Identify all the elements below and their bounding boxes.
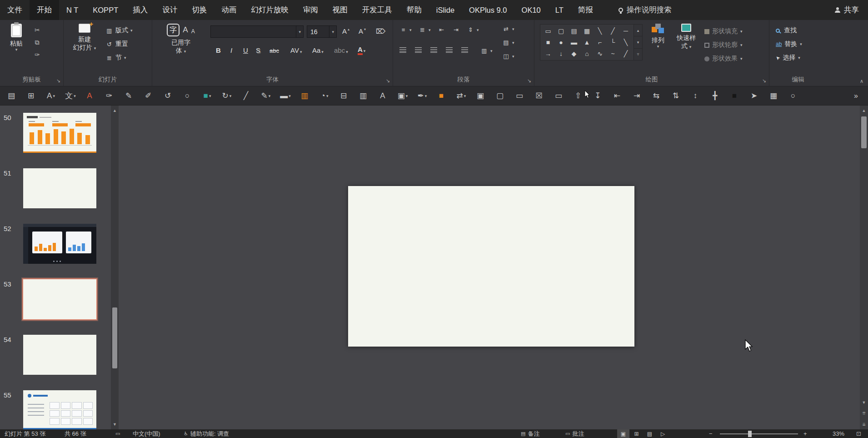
menu-tab-ok10[interactable]: OK10	[514, 0, 548, 20]
gallery-more-icon[interactable]: ▿	[634, 49, 642, 60]
crop-icon[interactable]: ╋	[707, 89, 723, 103]
format-brush-icon[interactable]: ✒ ▾	[414, 89, 430, 103]
menu-tab-jianbao[interactable]: 简报	[571, 0, 600, 20]
shrink-font-button[interactable]: A▾	[359, 27, 366, 35]
shape-option[interactable]: ▤	[569, 26, 579, 36]
zoom-slider-thumb[interactable]	[748, 431, 752, 437]
pen-icon[interactable]: ✎	[121, 89, 137, 103]
table-pen-icon[interactable]: ⊟	[336, 89, 352, 103]
numbering-button[interactable]: ≣▾	[419, 26, 431, 33]
shape-option[interactable]: ▭	[543, 26, 554, 36]
notes-button[interactable]: ▤ 备注	[521, 429, 539, 438]
shape-option[interactable]: ▢	[556, 26, 567, 36]
distribute-button[interactable]	[461, 47, 468, 53]
columns-button[interactable]: ▥▾	[480, 47, 493, 54]
distribute-horizontal-icon[interactable]: ⇆	[649, 89, 665, 103]
accessibility-status[interactable]: ♿ 辅助功能: 调查	[184, 429, 229, 438]
scrollbar-thumb[interactable]	[861, 116, 867, 148]
rotate-icon[interactable]: ↻ ▾	[219, 89, 235, 103]
find-button[interactable]: 查找	[776, 26, 797, 35]
format-painter-button[interactable]: ✑	[35, 50, 40, 59]
menu-tab-islide[interactable]: iSlide	[429, 0, 462, 20]
underline-button[interactable]: U	[243, 46, 248, 54]
shape-effects-button[interactable]: 形状效果 ▾	[704, 55, 743, 63]
shape-style-icon[interactable]: ▣ ▾	[394, 89, 411, 103]
placeholder-insert-icon[interactable]: ▭	[551, 89, 567, 103]
highlighter-icon[interactable]: ▬ ▾	[277, 89, 294, 103]
dialog-launcher-icon[interactable]: ↘	[56, 78, 60, 84]
menu-tab-help[interactable]: 帮助	[399, 0, 429, 20]
language-indicator[interactable]: 中文(中国)	[133, 429, 160, 438]
shape-option[interactable]: ∿	[594, 49, 605, 59]
zoom-out-button[interactable]: −	[709, 429, 713, 438]
quick-styles-button[interactable]: 快速样 式 ▾	[672, 24, 701, 50]
slide-panel-scrollbar[interactable]: ▲ ▼	[111, 106, 119, 429]
scrollbar-thumb[interactable]	[112, 307, 117, 368]
layout-button[interactable]: ▥ 版式 ▾	[105, 26, 133, 35]
fill-swatch-icon[interactable]: ■	[727, 89, 743, 103]
shape-option[interactable]: ■	[543, 37, 554, 47]
select-button[interactable]: ➤ 选择 ▾	[776, 54, 800, 62]
table-columns-icon[interactable]: ▥	[355, 89, 372, 103]
text-tool-icon[interactable]: A	[375, 89, 391, 103]
used-fonts-button[interactable]: 字 A A 已用字 体 ▾	[157, 24, 205, 55]
donut-chart-icon[interactable]: ◔ ▾	[316, 89, 333, 103]
flip-icon[interactable]: ⇄ ▾	[453, 89, 469, 103]
bar-chart-icon[interactable]: ▥	[297, 89, 313, 103]
shape-option[interactable]: ╲	[620, 37, 631, 47]
text-direction-button[interactable]: ⇄▾	[502, 25, 514, 32]
slideshow-button[interactable]: ▷	[657, 429, 669, 438]
strikethrough-button[interactable]: abc	[269, 47, 279, 54]
draw-line-icon[interactable]: ✎ ▾	[258, 89, 274, 103]
send-backward-icon[interactable]: ↧	[590, 89, 606, 103]
main-scrollbar[interactable]: ▲ ▼ ⇈ ⇊	[860, 106, 868, 429]
table-grid-icon[interactable]: ⊞	[23, 89, 40, 103]
bold-button[interactable]: B	[216, 46, 221, 54]
vertical-text-icon[interactable]: 文 ▾	[62, 89, 79, 103]
dialog-launcher-icon[interactable]: ↘	[386, 78, 390, 84]
menu-tab-nt[interactable]: N T	[59, 0, 85, 20]
chevron-down-icon[interactable]: ▾	[296, 26, 303, 37]
shape-option[interactable]: ◆	[569, 49, 579, 59]
reset-button[interactable]: ↺ 重置	[105, 40, 128, 48]
zoom-in-button[interactable]: +	[803, 429, 807, 438]
gallery-up-icon[interactable]: ▴	[634, 25, 642, 36]
menu-tab-lt[interactable]: LT	[548, 0, 571, 20]
line-spacing-button[interactable]: ⇕▾	[467, 26, 479, 33]
arrange-button[interactable]: 排列 ▾	[646, 24, 670, 50]
slide-layout-icon[interactable]: ▤	[4, 89, 20, 103]
menu-tab-review[interactable]: 审阅	[296, 0, 325, 20]
slide-51-thumbnail[interactable]	[23, 168, 96, 208]
shape-option[interactable]: └	[608, 37, 619, 47]
text-shadow-button[interactable]: S	[256, 46, 260, 54]
zoom-slider[interactable]	[720, 433, 798, 434]
tell-me-search[interactable]: 操作说明搜索	[612, 0, 678, 20]
rotate-left-icon[interactable]: ↺	[160, 89, 176, 103]
align-left-objects-icon[interactable]: ⇤	[609, 89, 626, 103]
font-size-combobox[interactable]: 16 ▾	[307, 25, 337, 38]
shape-option[interactable]: ─	[620, 26, 631, 36]
notes-box-icon[interactable]: ▭	[512, 89, 528, 103]
copy-button[interactable]: ⧉	[35, 38, 40, 47]
ungroup-icon[interactable]: ▢	[492, 89, 509, 103]
decrease-indent-button[interactable]: ⇤	[438, 26, 445, 33]
slide-54-thumbnail[interactable]	[23, 335, 96, 375]
eyedropper-icon[interactable]: ✑	[101, 89, 118, 103]
shape-option[interactable]: ╲	[594, 26, 605, 36]
shape-option[interactable]: ⌐	[594, 37, 605, 47]
align-text-button[interactable]: ▤▾	[502, 39, 514, 46]
shape-fill-button[interactable]: 形状填充 ▾	[704, 27, 743, 35]
align-left-button[interactable]	[399, 47, 406, 53]
menu-tab-insert[interactable]: 插入	[125, 0, 155, 20]
gallery-down-icon[interactable]: ▾	[634, 36, 642, 48]
align-center-button[interactable]	[415, 47, 422, 53]
bullets-button[interactable]: ≡▾	[399, 26, 412, 33]
font-color-button[interactable]: A ▾	[358, 45, 365, 53]
shape-outline-button[interactable]: 形状轮廓 ▾	[704, 41, 743, 49]
brush-arrow-icon[interactable]: ➤	[746, 89, 763, 103]
paste-button[interactable]: 粘贴 ▾	[4, 24, 29, 53]
change-case-button[interactable]: Aa▾	[312, 46, 324, 54]
slide-50-thumbnail[interactable]	[23, 113, 96, 153]
shape-option[interactable]: ↓	[556, 49, 567, 59]
menu-tab-devtools[interactable]: 开发工具	[355, 0, 399, 20]
